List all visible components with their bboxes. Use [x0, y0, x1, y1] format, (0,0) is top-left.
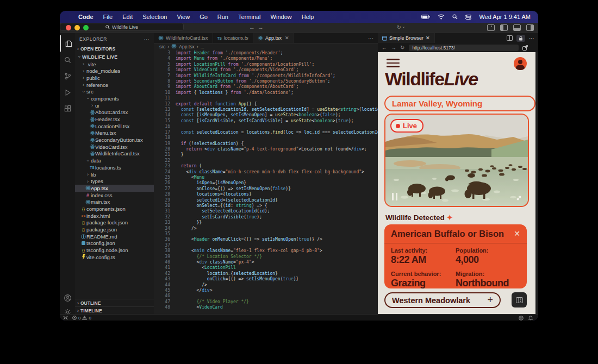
url-input[interactable]: http://localhost:5173/ [409, 45, 519, 51]
window-close-button[interactable] [66, 25, 71, 30]
outline-section[interactable]: › OUTLINE [75, 299, 154, 306]
menu-item-view[interactable]: View [177, 14, 190, 20]
menu-item-terminal[interactable]: Terminal [238, 14, 261, 20]
notifications-bell-icon[interactable] [528, 316, 533, 321]
location-pill-button[interactable]: Lamar Valley, Wyoming [384, 96, 535, 111]
wifi-icon[interactable] [438, 14, 445, 20]
open-external-icon[interactable] [522, 45, 528, 51]
tree-item-wildlife-live[interactable]: ›WILDLIFE LIVE [75, 54, 154, 61]
breadcrumb-item[interactable]: ... [201, 44, 204, 49]
history-forward-icon[interactable]: → [258, 24, 264, 30]
vscode-title-bar[interactable]: ← → Wildlife Live ↻⌄ [60, 23, 538, 33]
tree-item-menu-tsx[interactable]: Menu.tsx [75, 130, 154, 137]
secondary-species-button[interactable]: Western Meadowlark + [384, 292, 501, 308]
feedback-icon[interactable] [519, 316, 524, 321]
menu-bar-clock[interactable]: Wed Apr 1 9:41 AM [479, 14, 531, 20]
sync-dropdown[interactable]: ↻⌄ [397, 24, 405, 30]
browser-back-icon[interactable]: ← [382, 45, 387, 51]
tree-item-src[interactable]: ›src [75, 88, 154, 95]
breadcrumb-item[interactable]: src [159, 44, 165, 49]
tree-item-public[interactable]: ›public [75, 74, 154, 81]
toggle-panel-icon[interactable] [513, 24, 521, 31]
close-icon[interactable]: ✕ [514, 229, 520, 238]
run-debug-icon[interactable] [60, 84, 75, 101]
tree-item-reference[interactable]: ›reference [75, 81, 154, 89]
extensions-icon[interactable] [60, 101, 75, 117]
browser-reload-icon[interactable]: ↻ [400, 45, 404, 51]
breadcrumb-item[interactable]: App.tsx [179, 44, 194, 49]
menu-item-help[interactable]: Help [302, 14, 314, 20]
source-control-icon[interactable] [60, 68, 75, 84]
window-minimize-button[interactable] [74, 25, 80, 30]
tree-item-index-html[interactable]: <>index.html [75, 212, 154, 219]
close-icon[interactable]: ✕ [285, 35, 289, 41]
toggle-secondary-sidebar-icon[interactable] [526, 24, 534, 31]
tree-item-videocard-tsx[interactable]: VideoCard.tsx [75, 143, 154, 150]
tree-item-header-tsx[interactable]: Header.tsx [75, 116, 154, 123]
tree-item-locationpill-tsx[interactable]: LocationPill.tsx [75, 123, 154, 130]
customize-layout-icon[interactable] [487, 24, 495, 31]
tree-item-main-tsx[interactable]: main.tsx [75, 198, 154, 205]
tree-item-tsconfig-json[interactable]: tsconfig.json [75, 240, 154, 247]
menu-item-window[interactable]: Window [271, 14, 292, 20]
search-view-icon[interactable] [60, 52, 75, 68]
browser-more-actions-icon[interactable]: ⋯ [529, 35, 534, 41]
problems-indicator[interactable]: 0 0 [72, 316, 91, 321]
tab-wildlifeinfocard-tsx[interactable]: WildlifeInfoCard.tsx [154, 33, 213, 43]
tree-item-types[interactable]: ›types [75, 178, 154, 185]
menu-item-file[interactable]: File [103, 14, 113, 20]
browser-forward-icon[interactable]: → [391, 45, 396, 51]
tree-item-readme-md[interactable]: README.md [75, 233, 154, 240]
tree-item-package-lock-json[interactable]: {}package-lock.json [75, 219, 154, 227]
breadcrumb[interactable]: src›App.tsx›... [154, 43, 383, 51]
chevron-right-icon: › [83, 68, 84, 74]
remote-indicator-icon[interactable] [63, 316, 68, 320]
tree-item-label: main.tsx [91, 199, 110, 205]
tree-item-locations-ts[interactable]: TSlocations.ts [75, 164, 154, 171]
toggle-primary-sidebar-icon[interactable] [500, 24, 508, 31]
explorer-view-icon[interactable] [60, 35, 76, 52]
open-editors-section[interactable]: › OPEN EDITORS [75, 45, 154, 53]
lock-icon[interactable] [516, 35, 525, 42]
tree-item-secondarybutton-tsx[interactable]: SecondaryButton.tsx [75, 136, 154, 143]
tree-item-index-css[interactable]: #index.css [75, 192, 154, 199]
tree-item-lib[interactable]: ›lib [75, 171, 154, 178]
menu-item-go[interactable]: Go [200, 14, 208, 20]
tree-item-node-modules[interactable]: ›node_modules [75, 67, 154, 74]
tree-item-app-tsx[interactable]: App.tsx [75, 185, 154, 192]
tree-item-data[interactable]: ›data [75, 157, 154, 164]
floating-devtools-button[interactable] [512, 292, 527, 307]
history-back-icon[interactable]: ← [249, 24, 255, 30]
tree-item-wildlifeinfocard-tsx[interactable]: WildlifeInfoCard.tsx [75, 150, 154, 158]
tree-item-vite-config-ts[interactable]: vite.config.ts [75, 254, 154, 261]
tree-item-components-json[interactable]: {}components.json [75, 205, 154, 212]
menu-item-run[interactable]: Run [217, 14, 228, 20]
tree-item-aboutcard-tsx[interactable]: AboutCard.tsx [75, 109, 154, 116]
tree-item-ui[interactable]: ›ui [75, 102, 154, 109]
timeline-section[interactable]: › TIMELINE [75, 306, 154, 314]
pause-button[interactable] [392, 193, 397, 200]
menu-item-edit[interactable]: Edit [122, 14, 133, 20]
tab-app-tsx[interactable]: App.tsx✕ [253, 33, 294, 43]
tree-item--vite[interactable]: ›.vite [75, 61, 154, 68]
avatar[interactable] [514, 57, 527, 70]
tree-item-package-json[interactable]: {}package.json [75, 226, 154, 233]
editor-more-actions-icon[interactable]: ··· [368, 33, 378, 43]
fullscreen-expand-icon[interactable] [515, 194, 522, 202]
simple-browser-tab[interactable]: Simple Browser ✕ [378, 33, 435, 43]
browser-scrollbar[interactable] [535, 52, 538, 314]
close-icon[interactable]: ✕ [426, 35, 430, 41]
split-editor-icon[interactable] [507, 35, 513, 41]
control-center-icon[interactable] [465, 15, 471, 20]
tab-locations-ts[interactable]: TSlocations.ts [213, 33, 253, 43]
code-editor[interactable]: 3import Header from './components/Header… [154, 51, 378, 314]
explorer-more-actions-icon[interactable]: ··· [144, 36, 149, 42]
live-video-card[interactable]: Live [384, 114, 529, 207]
menu-item-selection[interactable]: Selection [142, 14, 167, 20]
tree-item-tsconfig-node-json[interactable]: {}tsconfig.node.json [75, 247, 154, 254]
menu-item-code[interactable]: Code [78, 14, 94, 20]
spotlight-search-icon[interactable] [452, 14, 458, 20]
window-zoom-button[interactable] [83, 25, 89, 30]
tree-item-components[interactable]: ›components [75, 95, 154, 102]
menu-hamburger-button[interactable] [387, 59, 400, 67]
